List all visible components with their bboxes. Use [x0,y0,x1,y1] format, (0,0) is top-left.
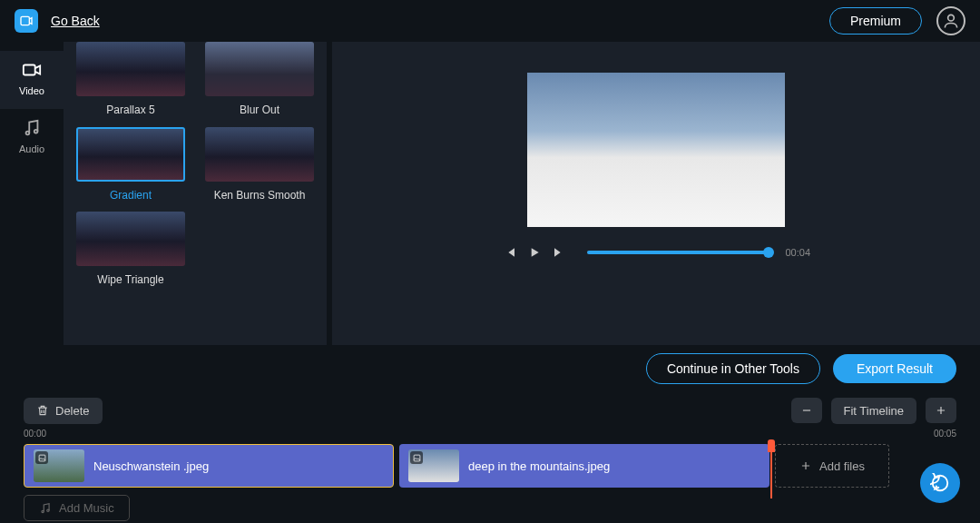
plus-icon [799,459,812,472]
app-logo[interactable] [15,9,38,33]
continue-other-tools-button[interactable]: Continue in Other Tools [646,353,820,384]
music-icon [39,502,52,515]
tab-video[interactable]: Video [0,51,64,109]
effects-panel: Parallax 5 Blur Out Gradient Ken Burns S… [64,42,327,345]
user-avatar[interactable] [936,6,965,35]
svg-point-7 [42,510,44,512]
progress-fill [587,251,769,254]
svg-point-3 [26,132,30,135]
premium-button[interactable]: Premium [829,7,922,35]
add-files-label: Add files [819,459,865,473]
chat-icon [930,473,950,493]
add-music-label: Add Music [59,501,114,515]
ruler-end: 00:05 [934,429,956,439]
clip-deep-mountains[interactable]: deep in the mountains.jpeg [399,444,769,488]
image-badge-icon [35,451,48,464]
effect-thumb [76,42,185,96]
clip-thumb [408,449,459,482]
zoom-in-button[interactable] [926,398,956,423]
timeline-ruler: 00:00 00:05 [24,429,956,439]
clip-thumb [34,449,84,482]
go-back-link[interactable]: Go Back [51,14,100,28]
effect-label: Blur Out [205,104,314,118]
svg-rect-5 [39,455,45,461]
svg-point-4 [34,130,38,133]
effect-ken-burns-smooth[interactable]: Ken Burns Smooth [205,127,314,203]
effect-thumb [205,42,314,96]
trash-icon [36,404,49,417]
clip-label: deep in the mountains.jpeg [468,459,610,473]
clip-label: Neuschwanstein .jpeg [93,459,209,473]
image-badge-icon [410,451,423,464]
ruler-start: 00:00 [24,429,46,439]
playhead[interactable] [768,439,775,452]
add-music-button[interactable]: Add Music [24,495,130,521]
audio-icon [22,118,42,138]
effect-blur-out[interactable]: Blur Out [205,42,314,118]
tab-video-label: Video [19,85,44,96]
help-fab[interactable] [920,463,960,503]
effect-label: Gradient [76,189,185,203]
effect-thumb [76,127,185,182]
effect-parallax-5[interactable]: Parallax 5 [76,42,185,118]
progress-slider[interactable] [587,251,769,254]
preview-video [527,73,785,227]
svg-point-1 [948,15,955,21]
effect-thumb [76,212,185,266]
progress-thumb[interactable] [763,247,774,258]
delete-label: Delete [55,404,90,418]
prev-frame-button[interactable] [502,243,520,262]
effect-label: Ken Burns Smooth [205,189,314,203]
effect-wipe-triangle[interactable]: Wipe Triangle [76,212,185,288]
svg-rect-2 [24,65,35,75]
delete-button[interactable]: Delete [24,398,103,424]
tab-audio[interactable]: Audio [0,109,64,167]
effect-label: Wipe Triangle [76,273,185,288]
svg-rect-0 [21,16,29,25]
effect-gradient[interactable]: Gradient [76,127,185,203]
effect-label: Parallax 5 [76,104,185,118]
tab-audio-label: Audio [19,143,44,154]
effect-thumb [205,127,314,182]
clip-neuschwanstein[interactable]: Neuschwanstein .jpeg [24,444,394,488]
play-button[interactable] [525,243,544,262]
plus-icon [935,404,947,417]
svg-rect-6 [414,455,420,461]
svg-point-8 [47,509,49,511]
export-result-button[interactable]: Export Result [833,354,956,383]
next-frame-button[interactable] [549,243,567,262]
video-icon [22,60,42,80]
add-files-button[interactable]: Add files [775,444,889,488]
fit-timeline-button[interactable]: Fit Timeline [831,398,916,424]
zoom-out-button[interactable] [791,398,822,423]
minus-icon [800,404,813,417]
progress-time: 00:04 [785,247,810,258]
